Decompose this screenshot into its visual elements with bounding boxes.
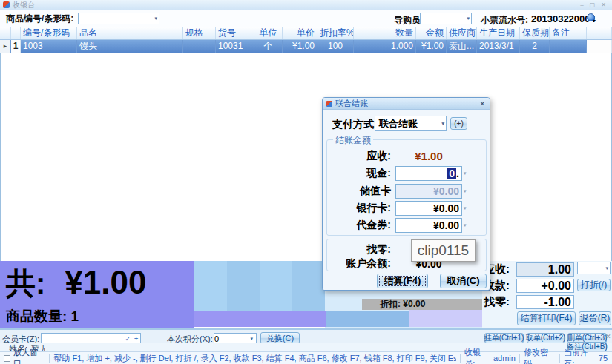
stored-card-input: ¥0.00 — [395, 184, 462, 199]
col-header[interactable]: 供应商 — [447, 27, 477, 39]
cash-input[interactable]: 0. — [395, 166, 462, 181]
cell-unit: 个 — [254, 40, 283, 53]
cell-shelf-life: 2 — [520, 40, 550, 53]
chevron-down-icon[interactable]: ▾ — [464, 171, 467, 176]
chevron-down-icon[interactable]: ▾ — [464, 222, 467, 228]
settle-print-button[interactable]: 结算打印(F4) — [517, 311, 576, 325]
minimize-icon[interactable]: – — [580, 1, 583, 9]
check-icon[interactable]: ✓ — [125, 335, 131, 343]
add-payment-method-button[interactable]: (+) — [450, 117, 467, 130]
close-icon[interactable]: ✕ — [601, 1, 606, 9]
settlement-amounts-group: 结账金额 应收: ¥1.00 现金: 0. ▾ 储值卡 ¥0.00 ▾ 银行卡:… — [326, 139, 487, 236]
cell-item-no: 10031 — [216, 40, 254, 53]
receivable-label: 应收: — [327, 150, 395, 163]
clip-tooltip: clip0115 — [411, 239, 476, 262]
pos-window: 收银台 – ▢ ✕ 商品编号/条形码: ▾ 导购员: ▾ 小票流水号: 2013… — [0, 0, 612, 364]
redeem-button[interactable]: 兑换(C) — [260, 332, 300, 344]
retrieve-order-button[interactable]: 取单(Ctrl+2) — [527, 333, 565, 343]
voucher-input[interactable]: ¥0.00 — [395, 218, 462, 233]
receivable-value: ¥1.00 — [395, 150, 462, 162]
cell-prod-date: 2013/3/1 — [477, 40, 520, 53]
barcode-label: 商品编号/条形码: — [6, 13, 73, 25]
selected-text: 0 — [447, 168, 456, 179]
note-button[interactable]: 备注(Ctrl+B) — [567, 342, 607, 351]
cashier-label: 收银员: — [464, 347, 491, 364]
window-titlebar: 收银台 – ▢ ✕ — [0, 0, 612, 10]
chevron-down-icon[interactable]: ▾ — [605, 265, 610, 271]
display-area — [194, 261, 325, 311]
col-header[interactable]: 规格 — [183, 27, 216, 39]
cashier-value: admin — [493, 354, 516, 363]
guide-select[interactable]: ▾ — [420, 13, 472, 24]
col-header[interactable]: 编号/条形码 — [21, 27, 77, 39]
refund-button[interactable]: 退货(R) — [579, 311, 611, 325]
bank-card-input[interactable]: ¥0.00 — [395, 201, 462, 216]
settle-button[interactable]: 结算(F4) — [377, 274, 428, 288]
receivable-field: 1.00 — [516, 262, 574, 277]
dialog-title: 联合结账 — [335, 98, 368, 109]
barcode-input[interactable]: ▾ — [78, 13, 159, 24]
discount-button[interactable]: 打折(/) — [577, 279, 611, 291]
group-label: 结账金额 — [333, 134, 373, 147]
item-quantity: 商品数量: 1 — [6, 307, 79, 326]
row-marker-icon: ▸ — [0, 40, 11, 53]
hotkeys-help: 帮助 F1, 增加 +, 减少 -, 删行 Del, 打折 /, 录入 F2, … — [53, 353, 456, 364]
dialog-titlebar[interactable]: 联合结账 ✕ — [323, 98, 490, 110]
received-input[interactable]: +0.00 — [516, 279, 574, 293]
col-header[interactable]: 单位 — [254, 27, 283, 39]
dialog-close-icon[interactable]: ✕ — [479, 100, 490, 107]
col-header[interactable]: 数量 — [354, 27, 416, 39]
zoom-window-label: 放大窗口 — [13, 347, 45, 364]
dialog-icon — [326, 101, 332, 107]
grid-header: 编号/条形码 品名 规格 货号 单位 单价 折扣率% 数量 金额 供应商 生产日… — [0, 27, 612, 40]
balance-label: 账户余额: — [327, 257, 395, 271]
purple-strip — [194, 311, 326, 327]
cancel-button[interactable]: 取消(C) — [440, 274, 487, 288]
chevron-down-icon[interactable]: ▾ — [467, 16, 471, 21]
cell-discount-rate: 100 — [317, 40, 354, 53]
app-icon — [3, 1, 10, 8]
col-header[interactable]: 单价 — [283, 27, 317, 39]
chevron-down-icon[interactable]: ▾ — [464, 205, 467, 211]
cell-spec — [183, 40, 216, 53]
col-header[interactable]: 折扣率% — [317, 27, 354, 39]
maximize-icon[interactable]: ▢ — [590, 1, 596, 9]
change-field: -1.00 — [516, 295, 574, 309]
row-number: 1 — [11, 40, 21, 53]
payment-type-select[interactable]: ▾ — [577, 262, 611, 274]
chevron-down-icon[interactable]: ▾ — [250, 336, 254, 342]
member-name-row: 姓名: 暂无 — [0, 343, 612, 351]
chevron-down-icon[interactable]: ▾ — [464, 188, 467, 194]
cell-quantity: 1.000 — [354, 40, 416, 53]
guide-label: 导购员: — [394, 14, 424, 27]
window-title: 收银台 — [13, 0, 35, 10]
chevron-down-icon[interactable]: ▾ — [441, 121, 446, 127]
col-header[interactable]: 货号 — [216, 27, 254, 39]
member-card-input[interactable]: ✓ ＋ — [41, 333, 141, 344]
serial-label: 小票流水号: — [481, 14, 528, 27]
zoom-window-checkbox[interactable] — [4, 355, 10, 362]
plus-icon[interactable]: ＋ — [133, 334, 140, 343]
serial-refresh-icon[interactable] — [587, 13, 595, 21]
cell-name: 馒头 — [77, 40, 183, 53]
col-header[interactable]: 金额 — [416, 27, 447, 39]
col-header[interactable]: 品名 — [77, 27, 183, 39]
top-input-bar: 商品编号/条形码: ▾ 导购员: ▾ 小票流水号: 201303220004 — [0, 10, 612, 27]
hold-order-button[interactable]: 挂单(Ctrl+1) — [484, 333, 524, 343]
cash-label: 现金: — [327, 167, 395, 180]
change-password-link[interactable]: 修改密码 — [524, 347, 556, 364]
panel-close-icon[interactable]: ✕ — [605, 333, 611, 340]
table-row[interactable]: ▸ 1 1003 馒头 10031 个 ¥1.00 100 1.000 ¥1.0… — [0, 40, 612, 53]
payment-method-select[interactable]: 联合结账 ▾ — [375, 116, 447, 131]
col-header[interactable]: 保质期 — [520, 27, 550, 39]
payment-panel: 应收: 1.00 ▾ 收款: +0.00 打折(/) 找零: -1.00 结算打… — [482, 261, 612, 328]
member-bar: 会员卡(Z): ✓ ＋ 本次积分(X): 0 ▾ 兑换(C) 挂单(Ctrl+1… — [0, 328, 612, 343]
points-input[interactable]: 0 ▾ — [214, 333, 257, 344]
change-label: 找零: — [327, 243, 395, 257]
chevron-down-icon[interactable]: ▾ — [154, 16, 159, 21]
col-header[interactable]: 生产日期 — [477, 27, 520, 39]
voucher-label: 代金券: — [327, 219, 395, 232]
col-header[interactable]: 备注 — [550, 27, 587, 39]
joint-settlement-dialog: 联合结账 ✕ 支付方式: 联合结账 ▾ (+) 结账金额 应收: ¥1.00 现… — [322, 97, 490, 291]
status-bar: 放大窗口 帮助 F1, 增加 +, 减少 -, 删行 Del, 打折 /, 录入… — [0, 351, 612, 364]
